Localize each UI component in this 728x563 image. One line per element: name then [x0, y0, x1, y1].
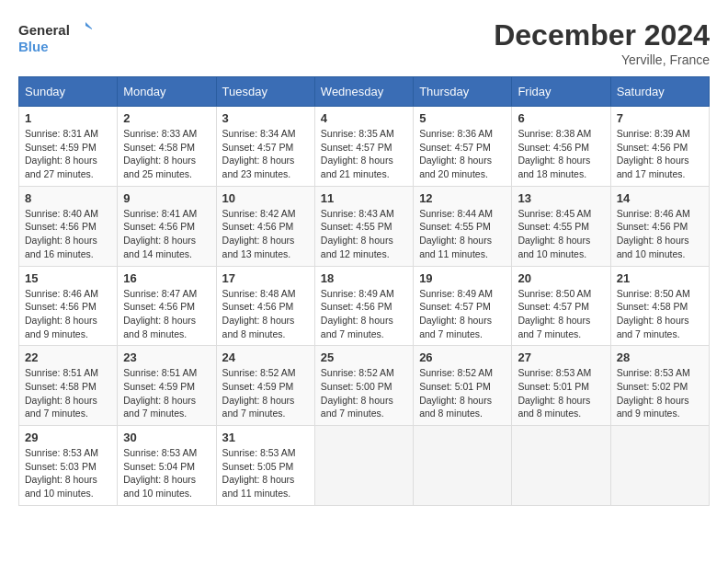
day-info: Sunrise: 8:36 AM Sunset: 4:57 PM Dayligh…: [419, 127, 506, 181]
day-number: 1: [25, 111, 111, 125]
calendar-cell: 21 Sunrise: 8:50 AM Sunset: 4:58 PM Dayl…: [610, 266, 709, 346]
calendar-cell: [414, 426, 512, 506]
day-number: 2: [123, 111, 210, 125]
day-info: Sunrise: 8:51 AM Sunset: 4:59 PM Dayligh…: [123, 366, 210, 420]
day-info: Sunrise: 8:52 AM Sunset: 5:00 PM Dayligh…: [321, 366, 407, 420]
col-header-wednesday: Wednesday: [314, 77, 413, 107]
col-header-sunday: Sunday: [19, 77, 118, 107]
day-number: 5: [419, 111, 506, 125]
day-number: 10: [222, 191, 309, 205]
day-info: Sunrise: 8:35 AM Sunset: 4:57 PM Dayligh…: [321, 127, 407, 181]
day-info: Sunrise: 8:45 AM Sunset: 4:55 PM Dayligh…: [518, 207, 604, 261]
day-info: Sunrise: 8:53 AM Sunset: 5:05 PM Dayligh…: [222, 446, 309, 500]
day-number: 13: [518, 191, 604, 205]
calendar-cell: 7 Sunrise: 8:39 AM Sunset: 4:56 PM Dayli…: [610, 107, 709, 187]
calendar-cell: 19 Sunrise: 8:49 AM Sunset: 4:57 PM Dayl…: [414, 266, 512, 346]
day-info: Sunrise: 8:52 AM Sunset: 4:59 PM Dayligh…: [222, 366, 309, 420]
day-info: Sunrise: 8:49 AM Sunset: 4:57 PM Dayligh…: [419, 287, 506, 341]
week-row-4: 22 Sunrise: 8:51 AM Sunset: 4:58 PM Dayl…: [19, 346, 710, 426]
day-info: Sunrise: 8:48 AM Sunset: 4:56 PM Dayligh…: [222, 287, 309, 341]
day-number: 25: [321, 350, 407, 364]
header-row: SundayMondayTuesdayWednesdayThursdayFrid…: [19, 77, 710, 107]
calendar-cell: 23 Sunrise: 8:51 AM Sunset: 4:59 PM Dayl…: [118, 346, 216, 426]
day-info: Sunrise: 8:50 AM Sunset: 4:57 PM Dayligh…: [518, 287, 604, 341]
day-info: Sunrise: 8:33 AM Sunset: 4:58 PM Dayligh…: [123, 127, 210, 181]
day-info: Sunrise: 8:53 AM Sunset: 5:04 PM Dayligh…: [123, 446, 210, 500]
day-info: Sunrise: 8:39 AM Sunset: 4:56 PM Dayligh…: [617, 127, 703, 181]
calendar-cell: 4 Sunrise: 8:35 AM Sunset: 4:57 PM Dayli…: [314, 107, 413, 187]
day-info: Sunrise: 8:52 AM Sunset: 5:01 PM Dayligh…: [419, 366, 506, 420]
day-info: Sunrise: 8:38 AM Sunset: 4:56 PM Dayligh…: [518, 127, 604, 181]
day-info: Sunrise: 8:31 AM Sunset: 4:59 PM Dayligh…: [25, 127, 111, 181]
calendar-cell: 12 Sunrise: 8:44 AM Sunset: 4:55 PM Dayl…: [414, 186, 512, 266]
day-info: Sunrise: 8:49 AM Sunset: 4:56 PM Dayligh…: [321, 287, 407, 341]
calendar-cell: 2 Sunrise: 8:33 AM Sunset: 4:58 PM Dayli…: [118, 107, 216, 187]
calendar-cell: 9 Sunrise: 8:41 AM Sunset: 4:56 PM Dayli…: [118, 186, 216, 266]
day-number: 6: [518, 111, 604, 125]
day-number: 9: [123, 191, 210, 205]
day-info: Sunrise: 8:53 AM Sunset: 5:03 PM Dayligh…: [25, 446, 111, 500]
calendar-cell: 13 Sunrise: 8:45 AM Sunset: 4:55 PM Dayl…: [512, 186, 610, 266]
day-number: 29: [25, 431, 111, 444]
calendar-cell: [314, 426, 413, 506]
col-header-tuesday: Tuesday: [216, 77, 314, 107]
title-block: December 2024 Yerville, France: [494, 18, 710, 67]
day-number: 7: [617, 111, 703, 125]
location: Yerville, France: [494, 52, 710, 67]
day-number: 23: [123, 350, 210, 364]
calendar-cell: 15 Sunrise: 8:46 AM Sunset: 4:56 PM Dayl…: [19, 266, 118, 346]
day-number: 16: [123, 271, 210, 285]
day-number: 20: [518, 271, 604, 285]
day-info: Sunrise: 8:50 AM Sunset: 4:58 PM Dayligh…: [617, 287, 703, 341]
col-header-monday: Monday: [118, 77, 216, 107]
calendar-cell: 8 Sunrise: 8:40 AM Sunset: 4:56 PM Dayli…: [19, 186, 118, 266]
day-info: Sunrise: 8:53 AM Sunset: 5:02 PM Dayligh…: [617, 366, 703, 420]
calendar-cell: 26 Sunrise: 8:52 AM Sunset: 5:01 PM Dayl…: [414, 346, 512, 426]
day-number: 18: [321, 271, 407, 285]
calendar-cell: 18 Sunrise: 8:49 AM Sunset: 4:56 PM Dayl…: [314, 266, 413, 346]
calendar-cell: 29 Sunrise: 8:53 AM Sunset: 5:03 PM Dayl…: [19, 426, 118, 506]
day-number: 11: [321, 191, 407, 205]
day-info: Sunrise: 8:53 AM Sunset: 5:01 PM Dayligh…: [518, 366, 604, 420]
week-row-2: 8 Sunrise: 8:40 AM Sunset: 4:56 PM Dayli…: [19, 186, 710, 266]
day-info: Sunrise: 8:47 AM Sunset: 4:56 PM Dayligh…: [123, 287, 210, 341]
day-info: Sunrise: 8:46 AM Sunset: 4:56 PM Dayligh…: [617, 207, 703, 261]
day-number: 8: [25, 191, 111, 205]
day-info: Sunrise: 8:43 AM Sunset: 4:55 PM Dayligh…: [321, 207, 407, 261]
day-number: 27: [518, 350, 604, 364]
day-number: 4: [321, 111, 407, 125]
day-number: 30: [123, 431, 210, 444]
calendar-cell: [512, 426, 610, 506]
page-header: General Blue December 2024 Yerville, Fra…: [18, 18, 710, 67]
day-info: Sunrise: 8:51 AM Sunset: 4:58 PM Dayligh…: [25, 366, 111, 420]
day-info: Sunrise: 8:34 AM Sunset: 4:57 PM Dayligh…: [222, 127, 309, 181]
calendar-cell: 20 Sunrise: 8:50 AM Sunset: 4:57 PM Dayl…: [512, 266, 610, 346]
calendar-cell: 16 Sunrise: 8:47 AM Sunset: 4:56 PM Dayl…: [118, 266, 216, 346]
calendar-cell: 5 Sunrise: 8:36 AM Sunset: 4:57 PM Dayli…: [414, 107, 512, 187]
col-header-friday: Friday: [512, 77, 610, 107]
calendar-cell: [610, 426, 709, 506]
day-number: 21: [617, 271, 703, 285]
col-header-saturday: Saturday: [610, 77, 709, 107]
day-info: Sunrise: 8:41 AM Sunset: 4:56 PM Dayligh…: [123, 207, 210, 261]
week-row-5: 29 Sunrise: 8:53 AM Sunset: 5:03 PM Dayl…: [19, 426, 710, 506]
calendar-cell: 22 Sunrise: 8:51 AM Sunset: 4:58 PM Dayl…: [19, 346, 118, 426]
day-number: 19: [419, 271, 506, 285]
calendar-cell: 30 Sunrise: 8:53 AM Sunset: 5:04 PM Dayl…: [118, 426, 216, 506]
svg-marker-2: [85, 22, 92, 30]
calendar-cell: 27 Sunrise: 8:53 AM Sunset: 5:01 PM Dayl…: [512, 346, 610, 426]
day-info: Sunrise: 8:40 AM Sunset: 4:56 PM Dayligh…: [25, 207, 111, 261]
day-info: Sunrise: 8:42 AM Sunset: 4:56 PM Dayligh…: [222, 207, 309, 261]
svg-text:Blue: Blue: [18, 39, 49, 54]
month-year: December 2024: [494, 18, 710, 52]
logo: General Blue: [18, 18, 92, 60]
week-row-3: 15 Sunrise: 8:46 AM Sunset: 4:56 PM Dayl…: [19, 266, 710, 346]
day-number: 3: [222, 111, 309, 125]
calendar-cell: 24 Sunrise: 8:52 AM Sunset: 4:59 PM Dayl…: [216, 346, 314, 426]
calendar-cell: 25 Sunrise: 8:52 AM Sunset: 5:00 PM Dayl…: [314, 346, 413, 426]
day-number: 26: [419, 350, 506, 364]
calendar-cell: 10 Sunrise: 8:42 AM Sunset: 4:56 PM Dayl…: [216, 186, 314, 266]
day-number: 22: [25, 350, 111, 364]
calendar-cell: 14 Sunrise: 8:46 AM Sunset: 4:56 PM Dayl…: [610, 186, 709, 266]
week-row-1: 1 Sunrise: 8:31 AM Sunset: 4:59 PM Dayli…: [19, 107, 710, 187]
